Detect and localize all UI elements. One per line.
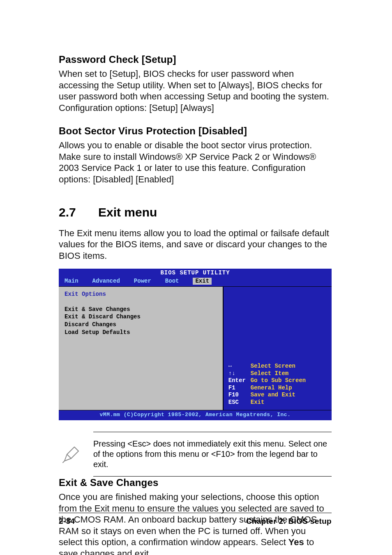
bios-item: Discard Changes — [65, 321, 217, 329]
legend-val: General Help — [251, 385, 292, 392]
legend-key: F1 — [228, 385, 251, 392]
bios-right-pane: ↔Select Screen ↑↓Select Item EnterGo to … — [224, 287, 332, 410]
bios-menubar: Main Advanced Power Boot Exit — [59, 277, 332, 287]
boot-sector-heading: Boot Sector Virus Protection [Disabled] — [59, 125, 332, 137]
legend-key: ESC — [228, 399, 251, 406]
bios-item: Load Setup Defaults — [65, 329, 217, 336]
note-text: Pressing <Esc> does not immediately exit… — [93, 432, 332, 477]
section-title: Exit menu — [98, 205, 157, 219]
bios-legend: ↔Select Screen ↑↓Select Item EnterGo to … — [228, 363, 327, 406]
legend-val: Exit — [251, 399, 265, 406]
bios-tab-exit: Exit — [193, 278, 212, 285]
bios-footer: vMM.mm (C)Copyright 1985-2002, American … — [59, 410, 332, 420]
legend-key: Enter — [228, 377, 251, 385]
legend-key: ↔ — [228, 363, 251, 370]
legend-val: Save and Exit — [251, 391, 295, 399]
section-heading: 2.7Exit menu — [59, 205, 332, 220]
section-number: 2.7 — [59, 205, 98, 220]
bios-screenshot: BIOS SETUP UTILITY Main Advanced Power B… — [59, 269, 332, 420]
bios-item: Exit & Save Changes — [65, 306, 217, 313]
bios-tab-power: Power — [134, 278, 151, 285]
legend-val: Select Screen — [251, 363, 295, 370]
password-check-body: When set to [Setup], BIOS checks for use… — [59, 68, 332, 113]
exit-save-body-bold: Yes — [288, 537, 304, 547]
pencil-note-icon — [59, 443, 83, 466]
bios-title: BIOS SETUP UTILITY — [59, 269, 332, 277]
bios-tab-advanced: Advanced — [92, 278, 120, 285]
legend-key: ↑↓ — [228, 370, 251, 378]
page-number: 2-34 — [59, 516, 75, 526]
legend-val: Go to Sub Screen — [251, 377, 306, 385]
bios-left-pane: Exit Options Exit & Save Changes Exit & … — [59, 287, 224, 410]
page-footer: 2-34 Chapter 2: BIOS setup — [59, 513, 332, 526]
bios-tab-boot: Boot — [165, 278, 179, 285]
legend-key: F10 — [228, 391, 251, 399]
chapter-label: Chapter 2: BIOS setup — [246, 516, 332, 526]
legend-val: Select Item — [251, 370, 288, 378]
password-check-heading: Password Check [Setup] — [59, 53, 332, 66]
boot-sector-body: Allows you to enable or disable the boot… — [59, 140, 332, 185]
bios-group-title: Exit Options — [65, 291, 217, 298]
section-intro: The Exit menu items allow you to load th… — [59, 228, 332, 262]
exit-save-heading: Exit & Save Changes — [59, 477, 332, 489]
bios-item: Exit & Discard Changes — [65, 313, 217, 321]
bios-tab-main: Main — [65, 278, 78, 285]
note-block: Pressing <Esc> does not immediately exit… — [59, 432, 332, 477]
